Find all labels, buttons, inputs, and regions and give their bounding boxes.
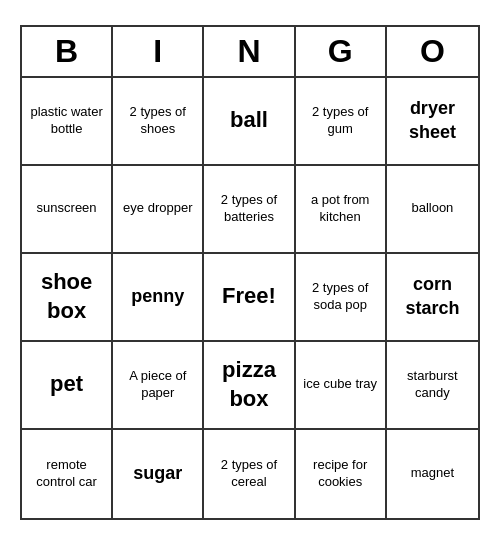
bingo-cell-4[interactable]: dryer sheet — [387, 78, 478, 166]
bingo-cell-10[interactable]: shoe box — [22, 254, 113, 342]
header-letter-b: B — [22, 27, 113, 76]
bingo-cell-22[interactable]: 2 types of cereal — [204, 430, 295, 518]
header-letter-n: N — [204, 27, 295, 76]
bingo-cell-21[interactable]: sugar — [113, 430, 204, 518]
bingo-cell-18[interactable]: ice cube tray — [296, 342, 387, 430]
bingo-card: BINGO plastic water bottle2 types of sho… — [20, 25, 480, 520]
bingo-cell-19[interactable]: starburst candy — [387, 342, 478, 430]
bingo-cell-24[interactable]: magnet — [387, 430, 478, 518]
bingo-cell-9[interactable]: balloon — [387, 166, 478, 254]
bingo-cell-14[interactable]: corn starch — [387, 254, 478, 342]
bingo-cell-0[interactable]: plastic water bottle — [22, 78, 113, 166]
bingo-cell-17[interactable]: pizza box — [204, 342, 295, 430]
bingo-cell-3[interactable]: 2 types of gum — [296, 78, 387, 166]
bingo-cell-8[interactable]: a pot from kitchen — [296, 166, 387, 254]
bingo-cell-6[interactable]: eye dropper — [113, 166, 204, 254]
bingo-cell-16[interactable]: A piece of paper — [113, 342, 204, 430]
bingo-cell-2[interactable]: ball — [204, 78, 295, 166]
header-letter-o: O — [387, 27, 478, 76]
bingo-cell-11[interactable]: penny — [113, 254, 204, 342]
bingo-cell-23[interactable]: recipe for cookies — [296, 430, 387, 518]
bingo-cell-1[interactable]: 2 types of shoes — [113, 78, 204, 166]
bingo-cell-5[interactable]: sunscreen — [22, 166, 113, 254]
header-letter-g: G — [296, 27, 387, 76]
header-letter-i: I — [113, 27, 204, 76]
bingo-header: BINGO — [22, 27, 478, 78]
bingo-cell-15[interactable]: pet — [22, 342, 113, 430]
bingo-cell-13[interactable]: 2 types of soda pop — [296, 254, 387, 342]
bingo-cell-20[interactable]: remote control car — [22, 430, 113, 518]
bingo-grid: plastic water bottle2 types of shoesball… — [22, 78, 478, 518]
bingo-cell-7[interactable]: 2 types of batteries — [204, 166, 295, 254]
bingo-cell-12[interactable]: Free! — [204, 254, 295, 342]
